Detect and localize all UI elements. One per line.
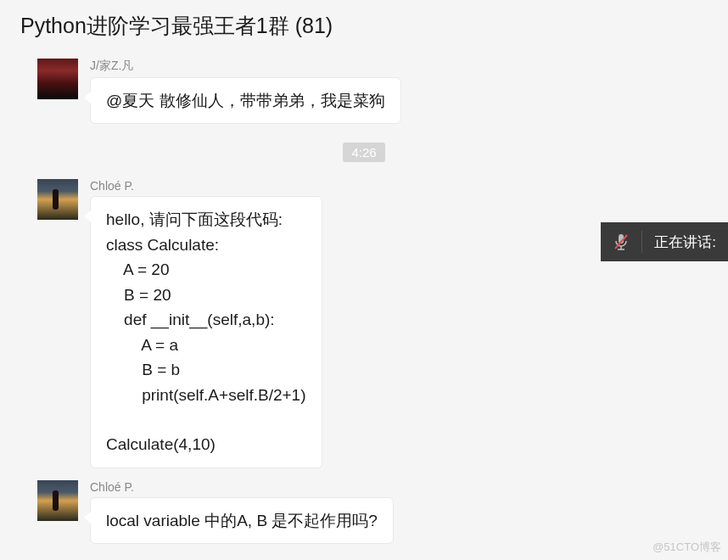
- sender-name: Chloé P.: [90, 179, 322, 193]
- avatar[interactable]: [37, 480, 78, 521]
- mic-muted-icon: [613, 232, 630, 251]
- voice-label: 正在讲话:: [654, 232, 716, 252]
- voice-indicator[interactable]: 正在讲话:: [601, 222, 728, 261]
- divider: [641, 231, 642, 253]
- message-bubble[interactable]: hello, 请问下面这段代码: class Calculate: A = 20…: [90, 196, 322, 468]
- time-badge: 4:26: [0, 143, 728, 162]
- message-column: Chloé P. hello, 请问下面这段代码: class Calculat…: [90, 179, 322, 468]
- avatar[interactable]: [37, 179, 78, 220]
- sender-name: J/家Z.凡: [90, 59, 401, 74]
- avatar[interactable]: [37, 59, 78, 99]
- message-bubble[interactable]: local variable 中的A, B 是不起作用吗?: [90, 497, 394, 544]
- message-column: J/家Z.凡 @夏天 散修仙人，带带弟弟，我是菜狗: [90, 59, 401, 124]
- message-row: J/家Z.凡 @夏天 散修仙人，带带弟弟，我是菜狗: [0, 55, 728, 132]
- chat-area: J/家Z.凡 @夏天 散修仙人，带带弟弟，我是菜狗 4:26 Chloé P. …: [0, 55, 728, 552]
- chat-title: Python进阶学习最强王者1群 (81): [20, 12, 708, 40]
- chat-header: Python进阶学习最强王者1群 (81): [0, 0, 728, 55]
- message-bubble[interactable]: @夏天 散修仙人，带带弟弟，我是菜狗: [90, 77, 401, 124]
- watermark: @51CTO博客: [652, 540, 721, 555]
- message-row: Chloé P. local variable 中的A, B 是不起作用吗?: [0, 477, 728, 552]
- time-label: 4:26: [343, 143, 384, 162]
- message-row: Chloé P. hello, 请问下面这段代码: class Calculat…: [0, 176, 728, 476]
- message-column: Chloé P. local variable 中的A, B 是不起作用吗?: [90, 480, 394, 544]
- sender-name: Chloé P.: [90, 480, 394, 494]
